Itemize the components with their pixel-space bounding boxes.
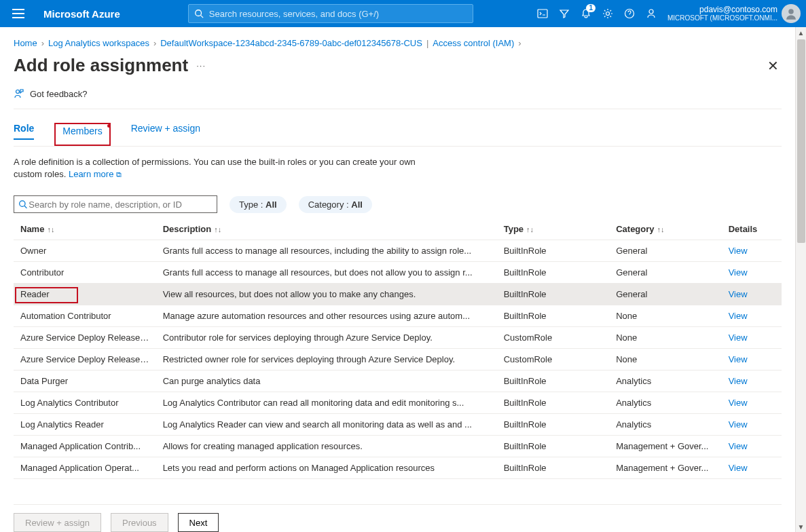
tab-role[interactable]: Role: [14, 123, 34, 139]
cell-name: Owner: [14, 240, 156, 262]
account-block[interactable]: pdavis@contoso.com MICROSOFT (MICROSOFT.…: [667, 5, 777, 22]
svg-point-7: [16, 90, 20, 94]
cell-description: Manage azure automation resources and ot…: [156, 305, 497, 327]
col-header-category[interactable]: Category↑↓: [609, 218, 722, 240]
sort-icon: ↑↓: [526, 225, 534, 233]
cell-details: View: [722, 284, 782, 305]
person-feedback-icon: [14, 88, 24, 99]
cell-category: Analytics: [609, 392, 722, 414]
external-link-icon: ⧉: [116, 170, 122, 178]
table-row[interactable]: Azure Service Deploy Release ...Restrict…: [14, 349, 782, 370]
view-link[interactable]: View: [729, 376, 748, 386]
table-row[interactable]: ContributorGrants full access to manage …: [14, 262, 782, 284]
table-row[interactable]: Automation ContributorManage azure autom…: [14, 305, 782, 327]
table-row[interactable]: Log Analytics ContributorLog Analytics C…: [14, 392, 782, 414]
chevron-right-icon: ›: [518, 38, 521, 48]
cell-category: Analytics: [609, 370, 722, 392]
cell-category: Management + Gover...: [609, 436, 722, 457]
view-link[interactable]: View: [729, 398, 748, 408]
scroll-up-icon[interactable]: ▲: [796, 27, 806, 38]
view-link[interactable]: View: [729, 441, 748, 451]
close-icon[interactable]: ✕: [765, 58, 782, 74]
help-icon[interactable]: [619, 0, 640, 27]
table-row[interactable]: ReaderView all resources, but does not a…: [14, 284, 782, 305]
global-search[interactable]: [188, 4, 473, 23]
hamburger-menu-icon[interactable]: [12, 5, 29, 22]
members-indicator-dot: [107, 124, 111, 128]
directories-filter-icon[interactable]: [553, 0, 575, 27]
more-actions-icon[interactable]: ···: [196, 60, 206, 71]
role-search-input[interactable]: [27, 199, 213, 210]
view-link[interactable]: View: [729, 267, 748, 278]
svg-point-3: [606, 12, 609, 16]
view-link[interactable]: View: [729, 354, 748, 364]
col-header-description[interactable]: Description↑↓: [156, 218, 497, 240]
table-row[interactable]: Azure Service Deploy Release ...Contribu…: [14, 327, 782, 349]
table-row[interactable]: OwnerGrants full access to manage all re…: [14, 240, 782, 262]
cell-name: Azure Service Deploy Release ...: [14, 349, 156, 370]
view-link[interactable]: View: [729, 332, 748, 343]
cell-details: View: [722, 327, 782, 349]
view-link[interactable]: View: [729, 246, 748, 256]
cell-description: Log Analytics Contributor can read all m…: [156, 392, 497, 414]
tab-review[interactable]: Review + assign: [131, 123, 200, 139]
global-search-input[interactable]: [208, 8, 467, 20]
notification-badge: 1: [586, 4, 596, 12]
breadcrumb-iam[interactable]: Access control (IAM): [433, 38, 514, 48]
feedback-top-icon[interactable]: [640, 0, 662, 27]
svg-point-0: [196, 10, 202, 16]
view-link[interactable]: View: [729, 463, 748, 473]
cell-type: BuiltInRole: [497, 284, 610, 305]
notifications-icon[interactable]: 1: [575, 0, 597, 27]
chevron-right-icon: ›: [41, 38, 44, 48]
cell-name: Log Analytics Reader: [14, 414, 156, 436]
col-header-type[interactable]: Type↑↓: [497, 218, 610, 240]
cell-details: View: [722, 392, 782, 414]
cell-name: Azure Service Deploy Release ...: [14, 327, 156, 349]
svg-rect-2: [538, 10, 547, 18]
scroll-thumb[interactable]: [797, 39, 805, 243]
cell-category: None: [609, 305, 722, 327]
tab-members[interactable]: Members: [62, 126, 102, 136]
view-link[interactable]: View: [729, 311, 748, 321]
sort-icon: ↑↓: [657, 225, 665, 233]
filter-category-pill[interactable]: Category : All: [299, 196, 372, 213]
avatar[interactable]: [782, 4, 801, 23]
view-link[interactable]: View: [729, 419, 748, 430]
cell-category: General: [609, 262, 722, 284]
breadcrumb-workspaces[interactable]: Log Analytics workspaces: [48, 38, 149, 48]
cloud-shell-icon[interactable]: [532, 0, 553, 27]
col-header-name[interactable]: Name↑↓: [14, 218, 156, 240]
view-link[interactable]: View: [729, 289, 748, 299]
cell-type: BuiltInRole: [497, 305, 610, 327]
cell-description: Grants full access to manage all resourc…: [156, 262, 497, 284]
vertical-scrollbar[interactable]: ▲ ▼: [795, 27, 806, 532]
breadcrumb-workspace[interactable]: DefaultWorkspace-1234abcd-2345-6789-0abc…: [160, 38, 422, 48]
chevron-right-icon: ›: [153, 38, 156, 48]
learn-more-link[interactable]: Learn more ⧉: [69, 169, 122, 179]
search-icon: [18, 200, 27, 209]
svg-line-1: [200, 16, 203, 18]
settings-gear-icon[interactable]: [597, 0, 619, 27]
previous-button: Previous: [111, 513, 168, 532]
breadcrumb-home[interactable]: Home: [14, 38, 37, 48]
scroll-down-icon[interactable]: ▼: [796, 521, 806, 532]
next-button[interactable]: Next: [178, 513, 219, 532]
filter-type-pill[interactable]: Type : All: [230, 196, 287, 213]
role-help-text: A role definition is a collection of per…: [14, 156, 448, 180]
table-row[interactable]: Log Analytics ReaderLog Analytics Reader…: [14, 414, 782, 436]
feedback-link[interactable]: Got feedback?: [14, 76, 782, 109]
account-email: pdavis@contoso.com: [667, 5, 777, 14]
cell-name: Reader: [14, 284, 156, 305]
cell-details: View: [722, 240, 782, 262]
cell-description: Log Analytics Reader can view and search…: [156, 414, 497, 436]
table-row[interactable]: Data PurgerCan purge analytics dataBuilt…: [14, 370, 782, 392]
table-row[interactable]: Managed Application Operat...Lets you re…: [14, 457, 782, 479]
cell-details: View: [722, 370, 782, 392]
table-row[interactable]: Managed Application Contrib...Allows for…: [14, 436, 782, 457]
brand-label[interactable]: Microsoft Azure: [43, 8, 120, 20]
cell-name: Contributor: [14, 262, 156, 284]
role-search[interactable]: [14, 195, 217, 213]
cell-description: Lets you read and perform actions on Man…: [156, 457, 497, 479]
review-assign-button: Review + assign: [14, 513, 101, 532]
